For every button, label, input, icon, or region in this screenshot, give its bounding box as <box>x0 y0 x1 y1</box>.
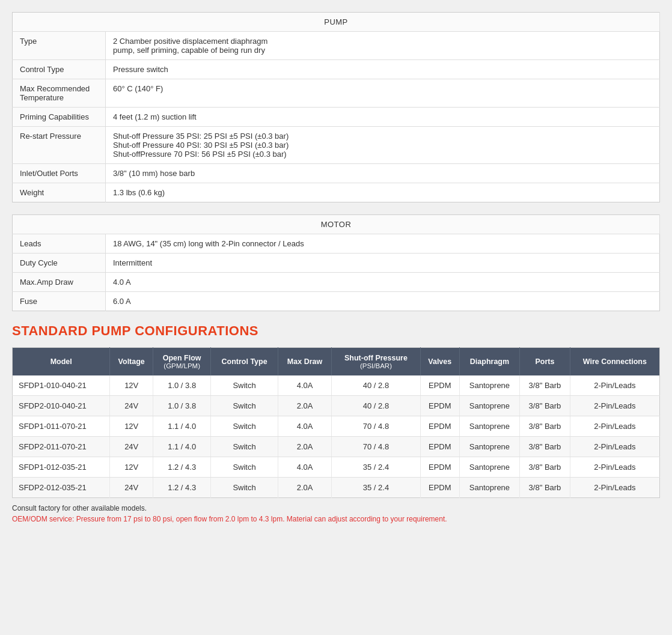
motor-header-row: MOTOR <box>13 215 660 234</box>
pump-ports-row: Inlet/Outlet Ports 3/8" (10 mm) hose bar… <box>13 164 660 183</box>
motor-table: MOTOR Leads 18 AWG, 14" (35 cm) long wit… <box>12 214 660 311</box>
pump-weight-label: Weight <box>13 183 106 202</box>
motor-fuse-row: Fuse 6.0 A <box>13 292 660 311</box>
config-cell: 4.0A <box>278 416 331 437</box>
motor-amp-row: Max.Amp Draw 4.0 A <box>13 273 660 292</box>
config-cell: 3/8" Barb <box>520 457 570 478</box>
config-cell: 2-Pin/Leads <box>570 478 659 498</box>
config-cell: SFDP2-010-040-21 <box>13 396 110 416</box>
config-cell: 2-Pin/Leads <box>570 457 659 478</box>
config-cell: 35 / 2.4 <box>332 457 421 478</box>
config-cell: 40 / 2.8 <box>332 375 421 396</box>
config-cell: 35 / 2.4 <box>332 478 421 498</box>
config-cell: 4.0A <box>278 457 331 478</box>
config-cell: Switch <box>211 375 278 396</box>
col-wire-connections: Wire Connections <box>570 348 659 376</box>
pump-temp-row: Max RecommendedTemperature 60° C (140° F… <box>13 79 660 108</box>
pump-restart-row: Re-start Pressure Shut-off Pressure 35 P… <box>13 127 660 164</box>
config-cell: 3/8" Barb <box>520 437 570 457</box>
config-cell: 2-Pin/Leads <box>570 437 659 457</box>
pump-control-type-label: Control Type <box>13 60 106 79</box>
col-valves: Valves <box>420 348 459 376</box>
config-table: Model Voltage Open Flow (GPM/LPM) Contro… <box>12 347 660 498</box>
config-cell: 2-Pin/Leads <box>570 416 659 437</box>
col-model: Model <box>13 348 110 376</box>
config-cell: Santoprene <box>459 396 519 416</box>
pump-type-row: Type 2 Chamber positive displacement dia… <box>13 32 660 60</box>
motor-fuse-value: 6.0 A <box>106 292 660 311</box>
config-cell: 2.0A <box>278 478 331 498</box>
pump-ports-label: Inlet/Outlet Ports <box>13 164 106 183</box>
footnote: Consult factory for other available mode… <box>12 504 660 512</box>
footnote-red: OEM/ODM service: Pressure from 17 psi to… <box>12 515 660 523</box>
config-row: SFDP2-012-035-2124V1.2 / 4.3Switch2.0A35… <box>13 478 660 498</box>
config-cell: 2-Pin/Leads <box>570 375 659 396</box>
config-cell: SFDP1-010-040-21 <box>13 375 110 396</box>
config-cell: 24V <box>110 396 153 416</box>
config-row: SFDP1-011-070-2112V1.1 / 4.0Switch4.0A70… <box>13 416 660 437</box>
config-cell: 40 / 2.8 <box>332 396 421 416</box>
config-cell: Santoprene <box>459 478 519 498</box>
pump-type-value: 2 Chamber positive displacement diaphrag… <box>106 32 660 60</box>
pump-priming-row: Priming Capabilities 4 feet (1.2 m) suct… <box>13 108 660 127</box>
pump-restart-value: Shut-off Pressure 35 PSI: 25 PSI ±5 PSI … <box>106 127 660 164</box>
config-cell: 1.1 / 4.0 <box>153 416 211 437</box>
pump-header-row: PUMP <box>13 13 660 32</box>
motor-amp-value: 4.0 A <box>106 273 660 292</box>
col-max-draw: Max Draw <box>278 348 331 376</box>
pump-type-label: Type <box>13 32 106 60</box>
config-row: SFDP2-011-070-2124V1.1 / 4.0Switch2.0A70… <box>13 437 660 457</box>
config-cell: 12V <box>110 457 153 478</box>
config-cell: 3/8" Barb <box>520 375 570 396</box>
col-ports: Ports <box>520 348 570 376</box>
pump-weight-value: 1.3 lbs (0.6 kg) <box>106 183 660 202</box>
config-cell: Santoprene <box>459 416 519 437</box>
config-cell: 12V <box>110 375 153 396</box>
config-cell: 1.0 / 3.8 <box>153 375 211 396</box>
config-cell: 24V <box>110 478 153 498</box>
config-cell: EPDM <box>420 478 459 498</box>
config-cell: 3/8" Barb <box>520 478 570 498</box>
motor-leads-row: Leads 18 AWG, 14" (35 cm) long with 2-Pi… <box>13 234 660 254</box>
config-cell: SFDP1-012-035-21 <box>13 457 110 478</box>
pump-temp-label: Max RecommendedTemperature <box>13 79 106 108</box>
config-cell: 2.0A <box>278 437 331 457</box>
config-cell: Switch <box>211 457 278 478</box>
config-cell: 1.2 / 4.3 <box>153 478 211 498</box>
config-header-row: Model Voltage Open Flow (GPM/LPM) Contro… <box>13 348 660 376</box>
config-cell: 2.0A <box>278 396 331 416</box>
config-cell: SFDP1-011-070-21 <box>13 416 110 437</box>
config-cell: 3/8" Barb <box>520 396 570 416</box>
motor-duty-row: Duty Cycle Intermittent <box>13 254 660 273</box>
pump-header: PUMP <box>13 13 660 32</box>
config-row: SFDP1-012-035-2112V1.2 / 4.3Switch4.0A35… <box>13 457 660 478</box>
config-cell: Santoprene <box>459 437 519 457</box>
motor-fuse-label: Fuse <box>13 292 106 311</box>
config-cell: Switch <box>211 416 278 437</box>
config-cell: Santoprene <box>459 457 519 478</box>
config-cell: 70 / 4.8 <box>332 416 421 437</box>
config-row: SFDP2-010-040-2124V1.0 / 3.8Switch2.0A40… <box>13 396 660 416</box>
col-diaphragm: Diaphragm <box>459 348 519 376</box>
config-heading: STANDARD PUMP CONFIGURATIONS <box>12 323 660 339</box>
config-cell: Santoprene <box>459 375 519 396</box>
config-cell: EPDM <box>420 416 459 437</box>
config-cell: 24V <box>110 437 153 457</box>
config-cell: EPDM <box>420 457 459 478</box>
config-cell: 4.0A <box>278 375 331 396</box>
pump-weight-row: Weight 1.3 lbs (0.6 kg) <box>13 183 660 202</box>
motor-leads-label: Leads <box>13 234 106 254</box>
page-container: PUMP Type 2 Chamber positive displacemen… <box>12 12 660 523</box>
motor-leads-value: 18 AWG, 14" (35 cm) long with 2-Pin conn… <box>106 234 660 254</box>
pump-temp-value: 60° C (140° F) <box>106 79 660 108</box>
config-cell: SFDP2-012-035-21 <box>13 478 110 498</box>
pump-restart-label: Re-start Pressure <box>13 127 106 164</box>
config-cell: 70 / 4.8 <box>332 437 421 457</box>
pump-ports-value: 3/8" (10 mm) hose barb <box>106 164 660 183</box>
col-control-type: Control Type <box>211 348 278 376</box>
pump-control-type-row: Control Type Pressure switch <box>13 60 660 79</box>
motor-header: MOTOR <box>13 215 660 234</box>
col-shutoff-pressure: Shut-off Pressure (PSI/BAR) <box>332 348 421 376</box>
pump-priming-label: Priming Capabilities <box>13 108 106 127</box>
motor-amp-label: Max.Amp Draw <box>13 273 106 292</box>
